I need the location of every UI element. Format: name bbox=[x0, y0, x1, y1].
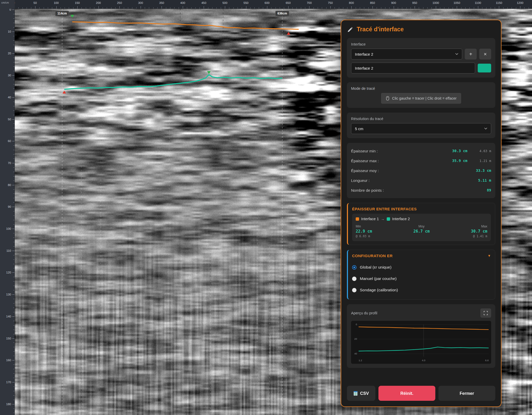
interface-select[interactable]: Interface 2 bbox=[351, 49, 462, 60]
left-ruler-label: 180 bbox=[6, 403, 11, 406]
csv-button[interactable]: CSV bbox=[347, 386, 375, 401]
ruler-tick bbox=[13, 255, 14, 255]
panel-actions: CSV Réinit. Fermer bbox=[347, 386, 495, 401]
profile-preview-chart: 020401.24.06.8 bbox=[351, 321, 491, 364]
ruler-tick bbox=[13, 268, 14, 268]
top-ruler-label: 350 bbox=[159, 1, 164, 4]
top-ruler-label: 850 bbox=[370, 1, 375, 4]
interface-color-swatch[interactable] bbox=[478, 64, 491, 72]
reset-button[interactable]: Réinit. bbox=[378, 386, 435, 401]
remove-interface-button[interactable]: × bbox=[479, 49, 491, 60]
ruler-tick bbox=[13, 312, 14, 312]
ruler-tick bbox=[482, 7, 482, 9]
add-interface-button[interactable]: + bbox=[465, 49, 477, 60]
ruler-tick bbox=[69, 7, 69, 9]
close-button[interactable]: Fermer bbox=[438, 386, 495, 401]
ruler-tick bbox=[13, 303, 14, 303]
ruler-tick bbox=[13, 154, 14, 154]
crosshair-label[interactable]: 114cm bbox=[55, 11, 69, 16]
ruler-tick bbox=[13, 62, 14, 62]
ruler-tick bbox=[229, 7, 229, 9]
resolution-select[interactable]: 5 cm bbox=[351, 123, 491, 134]
ruler-tick bbox=[90, 7, 90, 9]
top-ruler-label: 1200 bbox=[517, 1, 523, 4]
ruler-tick bbox=[212, 7, 212, 9]
csv-icon bbox=[353, 391, 358, 396]
ruler-tick bbox=[381, 7, 381, 9]
interface-1-trace[interactable] bbox=[72, 22, 299, 29]
radio-sondage[interactable]: Sondage (calibration) bbox=[352, 284, 491, 296]
ruler-tick bbox=[174, 7, 174, 9]
collapse-icon[interactable]: ▼ bbox=[488, 254, 491, 258]
radio-icon[interactable] bbox=[352, 277, 356, 281]
ruler-tick bbox=[115, 7, 116, 9]
ruler-tick bbox=[12, 141, 14, 141]
radio-manuel[interactable]: Manuel (par couche) bbox=[352, 273, 491, 284]
interface-2-trace[interactable] bbox=[64, 75, 282, 90]
legend-to-label: Interface 2 bbox=[392, 217, 410, 221]
ruler-tick bbox=[440, 7, 440, 9]
ruler-tick bbox=[13, 49, 14, 49]
ruler-tick bbox=[13, 325, 14, 325]
ruler-tick bbox=[13, 365, 14, 365]
arrow-right-icon: → bbox=[381, 217, 385, 221]
ruler-tick bbox=[524, 7, 525, 9]
ruler-tick bbox=[12, 294, 14, 295]
ruler-tick bbox=[250, 7, 250, 9]
left-ruler-label: 50 bbox=[8, 118, 11, 121]
ruler-tick bbox=[419, 7, 419, 9]
top-ruler-label: 650 bbox=[286, 1, 291, 4]
ruler-tick bbox=[13, 18, 14, 19]
ruler-tick bbox=[339, 7, 339, 9]
preview-label: Aperçu du profil bbox=[351, 311, 377, 315]
ruler-tick bbox=[13, 189, 14, 190]
ruler-tick bbox=[13, 356, 14, 356]
top-ruler-label: 750 bbox=[328, 1, 333, 4]
ruler-tick bbox=[13, 391, 14, 391]
ruler-tick bbox=[13, 159, 14, 159]
left-ruler-label: 150 bbox=[6, 337, 11, 340]
ruler-tick bbox=[309, 6, 309, 9]
ruler-tick bbox=[495, 7, 495, 9]
trace-marker bbox=[207, 71, 211, 74]
radio-icon[interactable] bbox=[352, 265, 356, 270]
interface-name-input[interactable] bbox=[351, 63, 475, 73]
ruler-tick bbox=[377, 7, 377, 9]
ruler-tick bbox=[183, 6, 183, 9]
stat-row-epaisseur-max: Épaisseur max : 35.9 cm 1.21 m bbox=[351, 156, 491, 166]
interface-select-value: Interface 2 bbox=[355, 52, 373, 56]
ruler-tick bbox=[13, 172, 14, 172]
left-ruler-label: 30 bbox=[8, 74, 11, 77]
ruler-tick bbox=[132, 7, 132, 9]
ruler-tick bbox=[520, 6, 520, 9]
stat-row-epaisseur-moy: Épaisseur moy : 33.3 cm bbox=[351, 166, 491, 175]
ruler-tick bbox=[486, 7, 487, 9]
crosshair-label[interactable]: 636cm bbox=[275, 11, 289, 16]
legend-from-label: Interface 1 bbox=[361, 217, 379, 221]
ruler-tick bbox=[491, 7, 491, 9]
ruler-tick bbox=[13, 413, 14, 413]
ruler-tick bbox=[44, 7, 44, 9]
ruler-tick bbox=[145, 7, 145, 9]
ruler-tick bbox=[157, 7, 158, 9]
top-ruler-label: 550 bbox=[244, 1, 248, 4]
ruler-tick bbox=[13, 216, 14, 216]
radio-icon[interactable] bbox=[352, 288, 356, 292]
left-ruler-label: 10 bbox=[8, 30, 11, 33]
ruler-tick bbox=[94, 7, 94, 9]
left-ruler-label: 170 bbox=[6, 381, 11, 384]
ruler-tick bbox=[13, 194, 14, 194]
left-ruler-label: 120 bbox=[6, 271, 11, 274]
ruler-tick bbox=[12, 207, 14, 207]
ruler-tick bbox=[351, 6, 352, 9]
ruler-tick bbox=[402, 7, 402, 9]
radio-global[interactable]: Global (εr unique) bbox=[352, 262, 491, 273]
ruler-tick bbox=[13, 106, 14, 106]
panel-header: Tracé d'interface bbox=[347, 26, 495, 33]
chevron-down-icon bbox=[455, 53, 458, 55]
expand-button[interactable] bbox=[480, 308, 491, 318]
ruler-tick bbox=[322, 7, 322, 9]
ruler-tick bbox=[431, 7, 432, 9]
er-config-header[interactable]: CONFIGURATION ER ▼ bbox=[352, 254, 491, 258]
top-ruler-label: 100 bbox=[54, 1, 59, 4]
